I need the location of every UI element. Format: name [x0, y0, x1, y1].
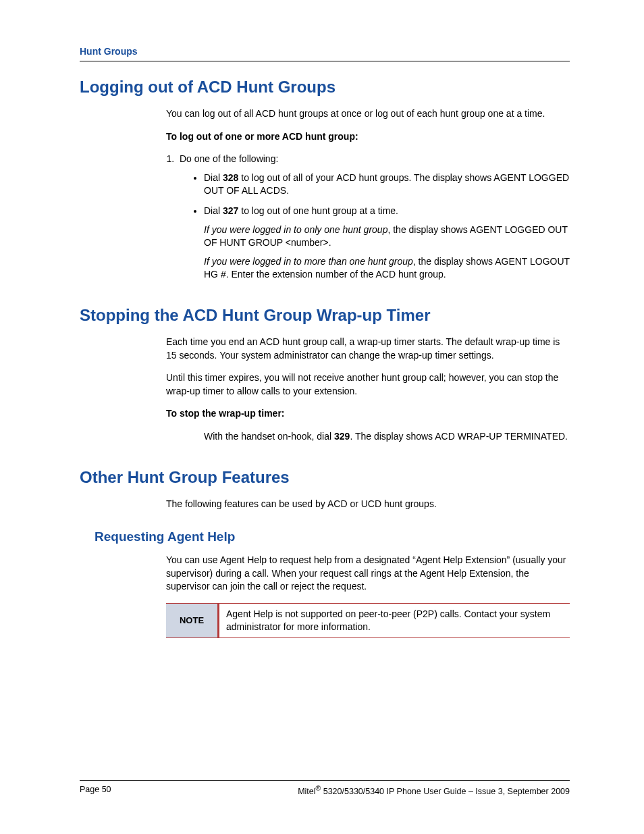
note-text: Agent Help is not supported on peer-to-p… — [219, 604, 570, 637]
dial-code: 327 — [223, 205, 238, 216]
text-run: to log out of one hunt group at a time. — [238, 205, 398, 216]
paragraph: You can use Agent Help to request help f… — [166, 554, 570, 594]
conditional-paragraph: If you were logged in to only one hunt g… — [204, 224, 570, 250]
text-run: Mitel — [298, 787, 315, 796]
body-other: The following features can be used by AC… — [166, 498, 570, 511]
paragraph: The following features can be used by AC… — [166, 498, 570, 511]
page-footer: Page 50 Mitel® 5320/5330/5340 IP Phone U… — [80, 780, 570, 796]
paragraph: Until this timer expires, you will not r… — [166, 371, 570, 398]
body-wrapup: Each time you end an ACD hunt group call… — [166, 336, 570, 444]
instruction-line: With the handset on-hook, dial 329. The … — [204, 430, 570, 444]
body-logout: You can log out of all ACD hunt groups a… — [166, 107, 570, 282]
dial-code: 328 — [223, 172, 238, 183]
list-item: Dial 328 to log out of all of your ACD h… — [204, 172, 570, 198]
text-run: . The display shows ACD WRAP-UP TERMINAT… — [350, 431, 568, 442]
body-agent-help: You can use Agent Help to request help f… — [166, 554, 570, 638]
bullet-list: Dial 328 to log out of all of your ACD h… — [204, 172, 570, 282]
footer-page-number: Page 50 — [80, 785, 111, 796]
heading-wrapup: Stopping the ACD Hunt Group Wrap-up Time… — [80, 306, 570, 325]
note-label: NOTE — [166, 604, 219, 637]
footer-doc-title: Mitel® 5320/5330/5340 IP Phone User Guid… — [298, 785, 570, 796]
step-text: Do one of the following: — [180, 153, 278, 164]
heading-logout: Logging out of ACD Hunt Groups — [80, 78, 570, 97]
text-run: to log out of all of your ACD hunt group… — [204, 172, 569, 197]
list-item: Dial 327 to log out of one hunt group at… — [204, 205, 570, 282]
document-page: Hunt Groups Logging out of ACD Hunt Grou… — [0, 0, 644, 834]
dial-code: 329 — [334, 431, 350, 442]
paragraph: Each time you end an ACD hunt group call… — [166, 336, 570, 362]
emphasis: If you were logged in to more than one h… — [204, 256, 413, 267]
section-wrapup: Stopping the ACD Hunt Group Wrap-up Time… — [80, 306, 570, 444]
howto-label: To log out of one or more ACD hunt group… — [166, 130, 570, 144]
text-run: Dial — [204, 205, 223, 216]
section-logout: Logging out of ACD Hunt Groups You can l… — [80, 78, 570, 282]
conditional-paragraph: If you were logged in to more than one h… — [204, 255, 570, 282]
subheading-agent-help: Requesting Agent Help — [95, 529, 570, 544]
ordered-list: Do one of the following: Dial 328 to log… — [177, 153, 570, 282]
howto-label: To stop the wrap-up timer: — [166, 407, 570, 421]
heading-other: Other Hunt Group Features — [80, 468, 570, 487]
paragraph: You can log out of all ACD hunt groups a… — [166, 107, 570, 121]
list-item: Do one of the following: Dial 328 to log… — [177, 153, 570, 282]
text-run: Dial — [204, 172, 223, 183]
section-other: Other Hunt Group Features The following … — [80, 468, 570, 638]
emphasis: If you were logged in to only one hunt g… — [204, 224, 387, 235]
text-run: With the handset on-hook, dial — [204, 431, 334, 442]
note-box: NOTE Agent Help is not supported on peer… — [166, 603, 570, 638]
running-head: Hunt Groups — [80, 46, 570, 61]
text-run: 5320/5330/5340 IP Phone User Guide – Iss… — [321, 787, 570, 796]
